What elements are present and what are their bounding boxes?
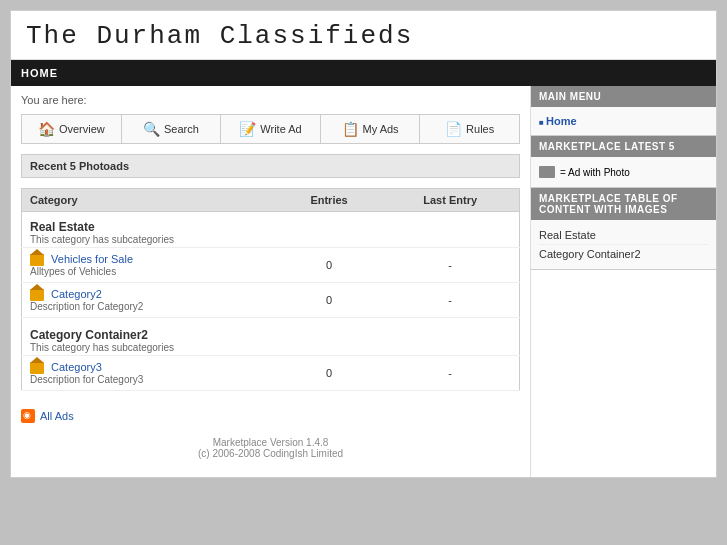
rules-icon: 📄 [445,121,462,137]
nav-my-ads[interactable]: 📋 My Ads [321,115,421,143]
nav-overview[interactable]: 🏠 Overview [22,115,122,143]
sidebar-latest: MARKETPLACE LATEST 5 = Ad with Photo [531,136,716,188]
sidebar-main-menu-title: MAIN MENU [531,86,716,107]
folder-icon [30,254,44,266]
sidebar-toc-title: MARKETPLACE TABLE OF CONTENT WITH IMAGES [531,188,716,220]
photo-icon [539,166,555,178]
breadcrumb: You are here: [21,94,520,106]
nav-rules[interactable]: 📄 Rules [420,115,519,143]
nav-rules-label: Rules [466,123,494,135]
cat-link-category2[interactable]: Category2 [51,288,102,300]
last-entry-category2: - [381,283,519,318]
entries-vehicles: 0 [277,248,382,283]
group-header-container2: Category Container2 This category has su… [22,318,520,356]
recent-section-title: Recent 5 Photoads [30,160,129,172]
last-entry-vehicles: - [381,248,519,283]
nav-my-ads-label: My Ads [363,123,399,135]
footer-line2: (c) 2006-2008 CodingIsh Limited [21,448,520,459]
col-entries: Entries [277,189,382,212]
sidebar-latest-content: = Ad with Photo [531,157,716,187]
quick-nav: 🏠 Overview 🔍 Search 📝 Write Ad 📋 My Ads … [21,114,520,144]
recent-section-bar: Recent 5 Photoads [21,154,520,178]
sidebar-item-home[interactable]: Home [539,113,708,129]
group-sub-container2: This category has subcategories [30,342,511,353]
sidebar-toc-real-estate[interactable]: Real Estate [539,226,708,245]
table-row: Category2 Description for Category2 0 - [22,283,520,318]
cat-link-vehicles[interactable]: Vehicles for Sale [51,253,133,265]
nav-label: HOME [21,67,58,79]
folder-icon [30,289,44,301]
table-row: Category3 Description for Category3 0 - [22,356,520,391]
sidebar-latest-photo: = Ad with Photo [539,163,708,181]
group-header-real-estate: Real Estate This category has subcategor… [22,212,520,248]
folder-icon [30,362,44,374]
nav-search[interactable]: 🔍 Search [122,115,222,143]
entries-category3: 0 [277,356,382,391]
footer-line1: Marketplace Version 1.4.8 [21,437,520,448]
sidebar-toc-container2[interactable]: Category Container2 [539,245,708,263]
col-last-entry: Last Entry [381,189,519,212]
nav-overview-label: Overview [59,123,105,135]
cat-desc-category2: Description for Category2 [30,301,269,312]
search-icon: 🔍 [143,121,160,137]
last-entry-category3: - [381,356,519,391]
rss-icon [21,409,35,423]
cat-link-category3[interactable]: Category3 [51,361,102,373]
site-title: The Durham Classifieds [26,21,701,51]
cat-desc-vehicles: Alltypes of Vehicles [30,266,269,277]
group-title-container2: Category Container2 [30,328,511,342]
sidebar-main-menu-content: Home [531,107,716,135]
sidebar-toc: MARKETPLACE TABLE OF CONTENT WITH IMAGES… [531,188,716,270]
nav-search-label: Search [164,123,199,135]
site-header: The Durham Classifieds [11,11,716,60]
content-wrapper: You are here: 🏠 Overview 🔍 Search 📝 Writ… [11,86,716,477]
sidebar-toc-content: Real Estate Category Container2 [531,220,716,269]
all-ads-link[interactable]: All Ads [40,410,74,422]
sidebar: MAIN MENU Home MARKETPLACE LATEST 5 = Ad… [531,86,716,477]
sidebar-home-link[interactable]: Home [546,115,577,127]
nav-bar: HOME [11,60,716,86]
sidebar-main-menu: MAIN MENU Home [531,86,716,136]
sidebar-ad-with-photo: = Ad with Photo [560,167,630,178]
footer: Marketplace Version 1.4.8 (c) 2006-2008 … [21,427,520,469]
write-ad-icon: 📝 [239,121,256,137]
cat-desc-category3: Description for Category3 [30,374,269,385]
sidebar-latest-title: MARKETPLACE LATEST 5 [531,136,716,157]
nav-write-ad[interactable]: 📝 Write Ad [221,115,321,143]
nav-write-ad-label: Write Ad [260,123,301,135]
overview-icon: 🏠 [38,121,55,137]
table-row: Vehicles for Sale Alltypes of Vehicles 0… [22,248,520,283]
page-wrapper: The Durham Classifieds HOME You are here… [10,10,717,478]
col-category: Category [22,189,277,212]
my-ads-icon: 📋 [342,121,359,137]
group-sub-real-estate: This category has subcategories [30,234,511,245]
entries-category2: 0 [277,283,382,318]
category-table: Category Entries Last Entry Real Estate … [21,188,520,391]
main-content: You are here: 🏠 Overview 🔍 Search 📝 Writ… [11,86,531,477]
all-ads-row: All Ads [21,401,520,427]
group-title-real-estate: Real Estate [30,220,511,234]
